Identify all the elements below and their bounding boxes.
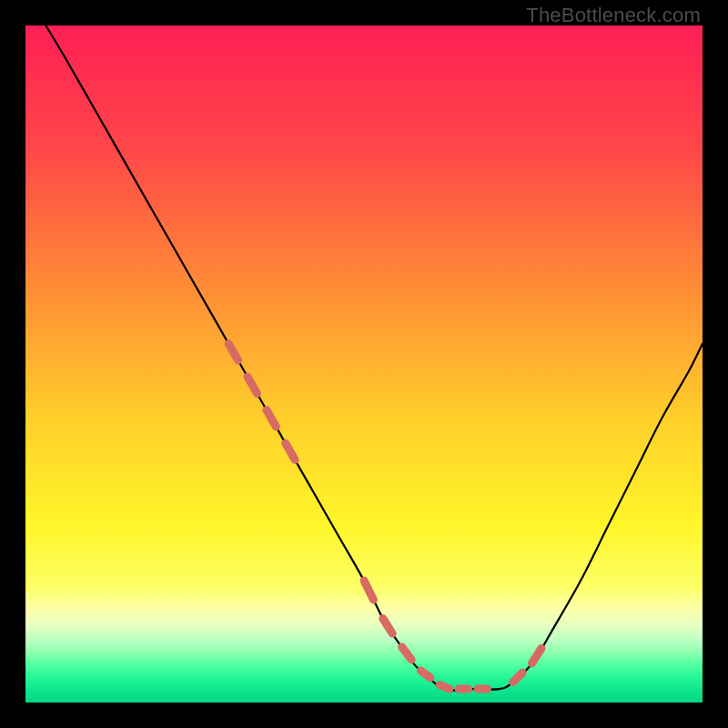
watermark-text: TheBottleneck.com xyxy=(526,4,701,27)
highlight-dash xyxy=(440,685,449,689)
chart-frame xyxy=(25,25,703,703)
highlight-dash xyxy=(420,671,430,678)
bottleneck-chart xyxy=(25,25,703,703)
gradient-background xyxy=(25,25,703,703)
